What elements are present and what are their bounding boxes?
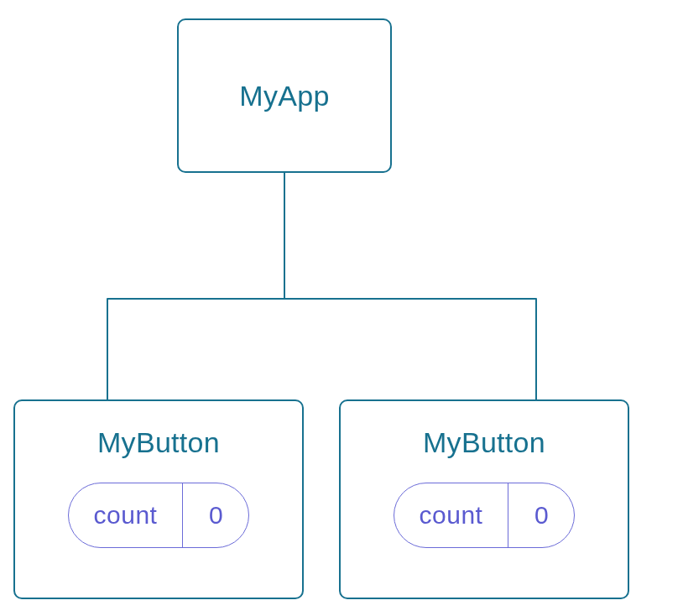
state-label: count <box>69 483 184 547</box>
node-title: MyButton <box>423 426 545 459</box>
node-title: MyButton <box>97 426 220 459</box>
state-value: 0 <box>508 483 574 547</box>
state-value: 0 <box>183 483 248 547</box>
node-title: MyApp <box>239 80 329 112</box>
state-pill: count 0 <box>394 483 576 548</box>
node-mybutton-right: MyButton count 0 <box>339 399 629 599</box>
node-myapp: MyApp <box>177 18 392 173</box>
node-mybutton-left: MyButton count 0 <box>13 399 304 599</box>
component-tree-diagram: MyApp MyButton count 0 MyButton count 0 <box>0 0 683 616</box>
state-label: count <box>394 483 509 547</box>
state-pill: count 0 <box>68 483 250 548</box>
